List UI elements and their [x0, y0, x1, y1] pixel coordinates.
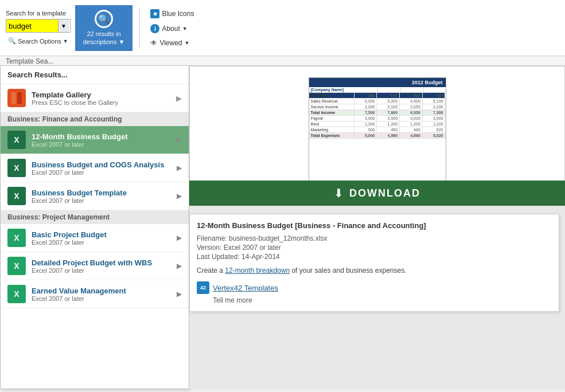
sp-cell-1-feb: 5,200 [377, 99, 400, 104]
sp-cell-company: [Company Name] [309, 87, 378, 92]
sp-cell-empty1 [378, 87, 401, 92]
menu-item-template[interactable]: X Business Budget Template Excel 2007 or… [1, 182, 189, 210]
gallery-icon-inner [11, 92, 22, 104]
sp-cell-total-apr: 7,300 [423, 110, 446, 115]
blue-icons-button[interactable]: ■ Blue Icons [147, 8, 197, 19]
sp-cell-4-mar: 1,200 [400, 121, 423, 127]
sp-cell-2-apr: 2,200 [423, 104, 446, 109]
item-title-1: 12-Month Business Budget [32, 132, 128, 141]
vertex-link-text[interactable]: Vertex42 Templates [213, 284, 278, 292]
viewed-label: Viewed [159, 39, 182, 47]
item-title-4: Basic Project Budget [32, 230, 107, 239]
item-text-5: Detailed Project Budget with WBS Excel 2… [32, 258, 152, 274]
about-button[interactable]: i About ▼ [147, 23, 190, 34]
menu-item-12month[interactable]: X 12-Month Business Budget Excel 2007 or… [1, 126, 189, 154]
search-icon: 🔍 [8, 37, 16, 45]
sp-row-1: Sales Revenue 5,000 5,200 4,900 5,100 [309, 99, 446, 104]
search-options-label: Search Options [18, 38, 61, 45]
results-dropdown-icon: ▼ [119, 38, 125, 45]
toolbar-right: ■ Blue Icons i About ▼ 👁 Viewed ▼ [147, 8, 197, 48]
section-finance-header: Business: Finance and Accounting [1, 112, 189, 126]
sp-row-total: Total Income 7,500 7,800 6,950 7,300 [309, 110, 446, 116]
sp-cell-2-feb: 2,100 [377, 104, 400, 109]
item-text-6: Earned Value Management Excel 2007 or la… [32, 287, 126, 302]
item-sub-5: Excel 2007 or later [32, 267, 152, 274]
filename-value: business-budget_12months.xlsx [229, 234, 327, 242]
sp-cell-2-label: Service Income [309, 104, 354, 109]
sp-cell-1-apr: 5,100 [423, 99, 446, 104]
info-title: 12-Month Business Budget [Business - Fin… [197, 221, 552, 230]
sp-cell-empty2 [401, 87, 424, 92]
download-area[interactable]: ⬇ DOWNLOAD [189, 181, 565, 206]
item-arrow-4: ▶ [177, 234, 182, 242]
sp-cell-3-jan: 3,000 [354, 116, 377, 121]
item-sub-4: Excel 2007 or later [32, 239, 107, 246]
sp-cell-4-jan: 1,200 [354, 121, 377, 127]
sp-cell-total-exp-feb: 4,960 [377, 133, 400, 138]
vertex-link: 42 Vertex42 Templates [197, 281, 552, 294]
about-arrow-icon: ▼ [182, 26, 188, 32]
gallery-block-1 [11, 92, 16, 104]
item-sub-2: Excel 2007 or later [32, 169, 164, 176]
menu-item-basic-project[interactable]: X Basic Project Budget Excel 2007 or lat… [1, 224, 189, 252]
sp-row-header: Category Jan Feb Mar Apr [309, 93, 446, 99]
excel-icon-4: X [7, 229, 26, 247]
eye-icon: 👁 [150, 39, 157, 47]
desc-link[interactable]: 12-month breakdown [225, 266, 290, 275]
sp-header-jan: Jan [354, 93, 377, 98]
excel-icon-3: X [7, 187, 26, 205]
sp-cell-3-mar: 3,000 [400, 116, 423, 121]
excel-icon-5: X [7, 257, 26, 275]
search-options-button[interactable]: 🔍 Search Options ▼ [6, 36, 71, 46]
download-label: DOWNLOAD [349, 187, 420, 199]
info-card: 12-Month Business Budget [Business - Fin… [189, 214, 559, 312]
about-icon: i [150, 24, 159, 33]
sp-cell-5-jan: 500 [354, 127, 377, 132]
toolbar-row-bottom: 👁 Viewed ▼ [147, 38, 197, 48]
sp-cell-4-feb: 1,200 [377, 121, 400, 127]
search-label: Search for a template [6, 10, 71, 17]
sp-header-label: Category [309, 93, 354, 98]
menu-item-earned-value[interactable]: X Earned Value Management Excel 2007 or … [1, 280, 189, 308]
blue-icons-icon: ■ [150, 9, 159, 18]
gallery-arrow-icon: ▶ [176, 94, 182, 103]
desc-before: Create a [197, 266, 225, 275]
viewed-arrow-icon: ▼ [185, 40, 190, 46]
search-dropdown-button[interactable]: ▼ [58, 19, 69, 32]
results-count-label: 22 results in descriptions ▼ [83, 30, 125, 45]
sp-header-feb: Feb [377, 93, 400, 98]
vertex-icon: 42 [197, 281, 209, 294]
desc-after: of your sales and business expenses. [290, 266, 406, 275]
menu-item-detailed-project[interactable]: X Detailed Project Budget with WBS Excel… [1, 252, 189, 280]
sp-cell-5-label: Marketing [309, 127, 354, 132]
sp-cell-1-mar: 4,900 [400, 99, 423, 104]
sp-cell-4-apr: 1,200 [423, 121, 446, 127]
about-label: About [162, 25, 180, 33]
sp-cell-total-mar: 6,950 [400, 110, 423, 115]
item-title-6: Earned Value Management [32, 287, 126, 295]
search-input[interactable] [6, 19, 58, 32]
search-results-button[interactable]: 🔍 22 results in descriptions ▼ [75, 5, 133, 51]
excel-icon-2: X [7, 159, 26, 177]
version-value: Excel 2007 or later [224, 244, 281, 252]
main-content: Search Results... Template Gallery Press… [0, 66, 565, 389]
sp-row-total-exp: Total Expenses 5,000 4,960 4,980 5,020 [309, 133, 446, 139]
sp-cell-3-feb: 3,000 [377, 116, 400, 121]
blue-icons-label: Blue Icons [162, 10, 194, 18]
tell-more: Tell me more [213, 296, 552, 304]
tab-row: Template Sea... [0, 56, 565, 66]
right-panel: 2012 Budget [Company Name] Category Jan … [189, 66, 565, 389]
gallery-title: Template Gallery [32, 91, 118, 99]
search-section: Search for a template ▼ 🔍 Search Options… [6, 10, 71, 46]
template-gallery-item[interactable]: Template Gallery Press ESC to close the … [1, 84, 189, 112]
info-version: Version: Excel 2007 or later [197, 244, 552, 252]
sp-header-apr: Apr [423, 93, 446, 98]
sp-cell-total-exp-jan: 5,000 [354, 133, 377, 138]
item-text-2: Business Budget and COGS Analysis Excel … [32, 160, 164, 176]
sp-cell-total-label: Total Income [309, 110, 354, 115]
menu-item-cogs[interactable]: X Business Budget and COGS Analysis Exce… [1, 154, 189, 182]
viewed-button[interactable]: 👁 Viewed ▼ [147, 38, 193, 48]
toolbar: Search for a template ▼ 🔍 Search Options… [0, 0, 565, 56]
gallery-icon [7, 89, 26, 107]
item-arrow-2: ▶ [177, 164, 182, 172]
